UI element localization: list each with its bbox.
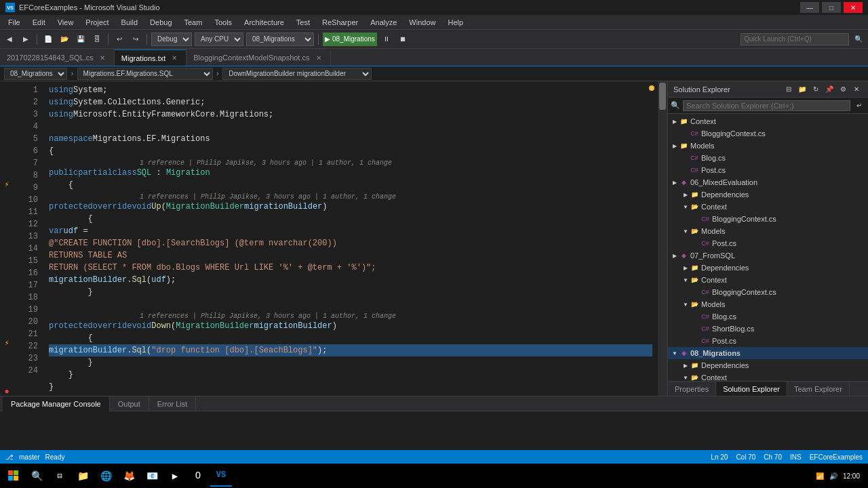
taskbar-search[interactable]: 🔍	[26, 465, 47, 487]
path-namespace-select[interactable]: Migrations.EF.Migrations.SQL	[77, 68, 213, 80]
tree-item-06blogging[interactable]: C# BloggingContext.cs	[668, 213, 868, 225]
maximize-button[interactable]: □	[822, 2, 841, 13]
code-line-11: var udf =	[49, 225, 652, 237]
icon-07post: C#	[701, 336, 710, 346]
path-member-select[interactable]: DownMigrationBuilder migrationBuilder	[222, 68, 372, 80]
tree-item-blog[interactable]: C# Blog.cs	[668, 152, 868, 164]
se-tab-solution-explorer[interactable]: Solution Explorer	[716, 382, 787, 396]
tree-item-06models[interactable]: ▼ 📂 Models	[668, 225, 868, 237]
menu-debug[interactable]: Debug	[144, 17, 177, 28]
taskbar-task-view[interactable]: ⊟	[49, 465, 71, 487]
path-bar: 08_Migrations › Migrations.EF.Migrations…	[0, 66, 868, 81]
tree-item-08migrations[interactable]: ▼ ◆ 08_Migrations	[668, 347, 868, 359]
taskbar-mail[interactable]: 📧	[141, 465, 163, 487]
menu-project[interactable]: Project	[80, 17, 114, 28]
se-show-files-btn[interactable]: 📁	[796, 83, 808, 96]
se-header: Solution Explorer ⊟ 📁 ↻ 📌 ⚙ ✕	[668, 81, 868, 98]
se-refresh-btn[interactable]: ↻	[810, 83, 822, 96]
tree-item-07blog[interactable]: C# Blog.cs	[668, 310, 868, 323]
tree-item-06post[interactable]: C# Post.cs	[668, 237, 868, 249]
toolbar-back[interactable]: ◀	[3, 33, 16, 46]
se-close-btn[interactable]: ✕	[850, 83, 863, 96]
tree-item-07shortblog[interactable]: C# ShortBlog.cs	[668, 323, 868, 335]
menu-build[interactable]: Build	[116, 17, 143, 28]
tree-item-models[interactable]: ▶ 📁 Models	[668, 140, 868, 152]
toolbar-open[interactable]: 📂	[58, 33, 71, 46]
menu-resharper[interactable]: ReSharper	[317, 17, 363, 28]
bottom-tab-output[interactable]: Output	[110, 396, 149, 411]
toolbar-new[interactable]: 📄	[41, 33, 55, 46]
tree-item-context[interactable]: ▶ 📁 Context	[668, 115, 868, 127]
config-dropdown[interactable]: Debug	[151, 33, 192, 46]
tab-sql-cs[interactable]: 20170228154843_SQL.cs ✕	[0, 49, 115, 66]
start-button[interactable]	[3, 465, 24, 487]
tree-item-06context[interactable]: ▼ 📂 Context	[668, 201, 868, 213]
menu-analyze[interactable]: Analyze	[365, 17, 402, 28]
tree-item-06mixed[interactable]: ▶ ◆ 06_MixedEvaluation	[668, 176, 868, 188]
stop-button[interactable]: ⏹	[396, 33, 410, 46]
git-icon: ⎇	[5, 453, 14, 461]
quick-launch-input[interactable]	[741, 33, 849, 45]
menu-help[interactable]: Help	[442, 17, 469, 28]
menu-edit[interactable]: Edit	[27, 17, 51, 28]
menu-tools[interactable]: Tools	[209, 17, 237, 28]
toolbar-forward[interactable]: ▶	[19, 33, 33, 46]
se-search-submit[interactable]: ↵	[853, 100, 865, 112]
code-content[interactable]: using System; using System.Collections.G…	[43, 81, 658, 396]
taskbar-vs[interactable]: VS	[210, 465, 232, 487]
se-tab-team-explorer[interactable]: Team Explorer	[787, 382, 850, 396]
menu-window[interactable]: Window	[403, 17, 441, 28]
tree-item-07sql[interactable]: ▶ ◆ 07_FromSQL	[668, 249, 868, 262]
tree-item-07blogging[interactable]: C# BloggingContext.cs	[668, 286, 868, 298]
tab-blogging-context[interactable]: BloggingContextModelSnapshot.cs ✕	[186, 49, 330, 66]
arrow-08context: ▼	[682, 373, 690, 381]
pause-button[interactable]: ⏸	[380, 33, 393, 46]
taskbar-office[interactable]: O	[187, 465, 209, 487]
bottom-tab-error-list[interactable]: Error List	[149, 396, 197, 411]
editor-scrollbar[interactable]	[658, 81, 667, 396]
tree-item-bloggingcontext[interactable]: C# BloggingContext.cs	[668, 127, 868, 140]
tab-migrations-txt[interactable]: Migrations.txt ✕	[115, 49, 186, 66]
toolbar-save-all[interactable]: 🗄	[90, 33, 104, 46]
quick-launch-icon[interactable]: 🔍	[852, 33, 865, 46]
se-settings-btn[interactable]: ⚙	[837, 83, 849, 96]
menu-file[interactable]: File	[3, 17, 26, 28]
label-06context: Context	[701, 203, 727, 211]
taskbar-edge[interactable]: 🌐	[95, 465, 117, 487]
se-pin-btn[interactable]: 📌	[823, 83, 835, 96]
tab-sql-cs-close[interactable]: ✕	[98, 53, 107, 62]
tab-blogging-context-close[interactable]: ✕	[314, 53, 323, 62]
tree-item-07context[interactable]: ▼ 📂 Context	[668, 274, 868, 286]
taskbar-explorer[interactable]: 📁	[72, 465, 94, 487]
se-collapse-btn[interactable]: ⊟	[783, 83, 795, 96]
tree-item-07models[interactable]: ▼ 📂 Models	[668, 298, 868, 310]
bottom-tab-package-manager[interactable]: Package Manager Console	[3, 396, 110, 411]
tab-sql-cs-label: 20170228154843_SQL.cs	[7, 54, 94, 62]
menu-team[interactable]: Team	[179, 17, 208, 28]
tree-item-07post[interactable]: C# Post.cs	[668, 335, 868, 347]
title-bar-left: VS EFCoreExamples - Microsoft Visual Stu…	[5, 3, 160, 12]
menu-test[interactable]: Test	[291, 17, 315, 28]
tab-migrations-txt-close[interactable]: ✕	[170, 54, 179, 63]
minimize-button[interactable]: —	[800, 2, 819, 13]
path-project-select[interactable]: 08_Migrations	[4, 68, 67, 80]
toolbar-save[interactable]: 💾	[74, 33, 87, 46]
platform-dropdown[interactable]: Any CPU	[195, 33, 243, 46]
indicator-18: ⚡	[1, 338, 12, 348]
toolbar-undo[interactable]: ↩	[113, 33, 126, 46]
tree-item-post[interactable]: C# Post.cs	[668, 164, 868, 176]
toolbar-redo[interactable]: ↪	[129, 33, 142, 46]
project-dropdown[interactable]: 08_Migrations	[246, 33, 314, 46]
tree-item-08deps[interactable]: ▶ 📁 Dependencies	[668, 359, 868, 371]
close-button[interactable]: ✕	[844, 2, 863, 13]
menu-view[interactable]: View	[52, 17, 79, 28]
se-search-input[interactable]	[683, 100, 850, 111]
run-button[interactable]: ▶ 08_Migrations	[323, 33, 377, 46]
tree-item-06deps[interactable]: ▶ 📁 Dependencies	[668, 188, 868, 201]
tree-item-08context[interactable]: ▼ 📂 Context	[668, 371, 868, 381]
taskbar-media[interactable]: ▶	[164, 465, 186, 487]
taskbar-firefox[interactable]: 🦊	[118, 465, 140, 487]
menu-architecture[interactable]: Architecture	[239, 17, 290, 28]
tree-item-07deps[interactable]: ▶ 📁 Dependencies	[668, 262, 868, 274]
se-tab-properties[interactable]: Properties	[668, 382, 716, 396]
